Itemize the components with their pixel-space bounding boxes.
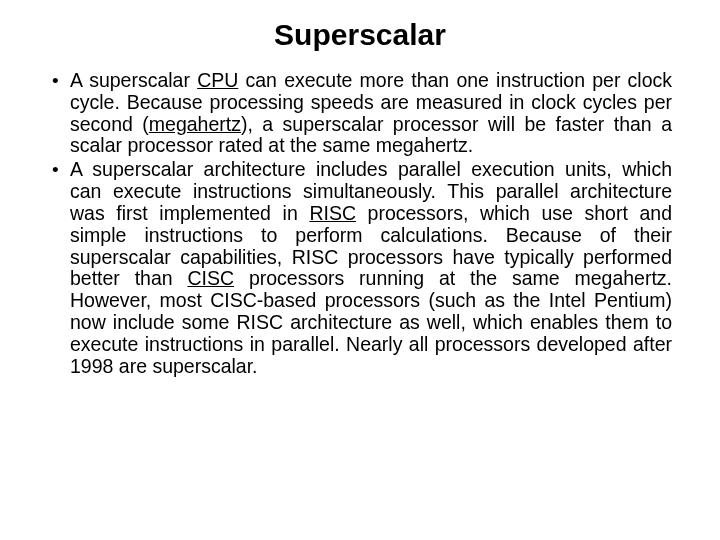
link-cisc[interactable]: CISC xyxy=(187,267,234,289)
link-cpu[interactable]: CPU xyxy=(197,69,238,91)
list-item: A superscalar architecture includes para… xyxy=(48,159,672,377)
link-risc[interactable]: RISC xyxy=(309,202,356,224)
text-run: A superscalar xyxy=(70,69,197,91)
bullet-list: A superscalar CPU can execute more than … xyxy=(48,70,672,378)
slide-title: Superscalar xyxy=(48,18,672,52)
link-megahertz[interactable]: megahertz xyxy=(149,113,241,135)
list-item: A superscalar CPU can execute more than … xyxy=(48,70,672,157)
